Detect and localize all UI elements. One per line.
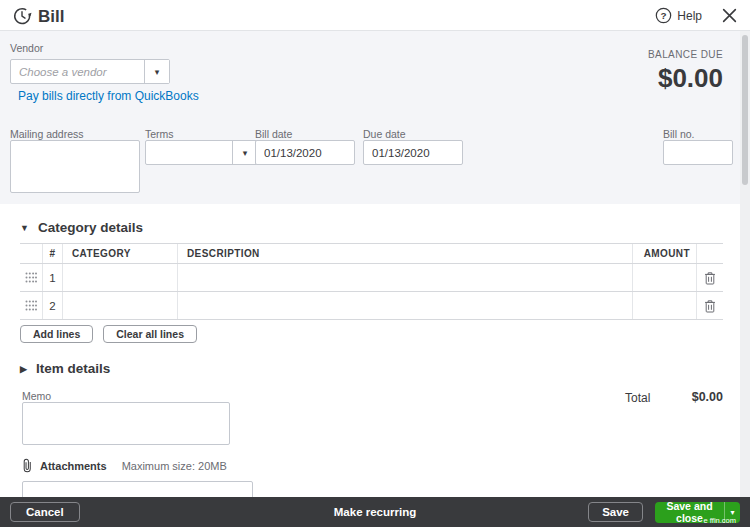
table-header-row: # CATEGORY DESCRIPTION AMOUNT bbox=[20, 243, 723, 264]
line-number: 2 bbox=[43, 292, 63, 319]
actions-column-header bbox=[697, 244, 723, 263]
topbar: Bill ? Help bbox=[0, 0, 750, 31]
bill-no-label: Bill no. bbox=[663, 128, 695, 140]
scrollbar-thumb[interactable] bbox=[742, 35, 748, 185]
bill-date-label: Bill date bbox=[255, 128, 292, 140]
vendor-select: ▾ bbox=[10, 59, 170, 84]
description-cell[interactable] bbox=[178, 292, 633, 319]
drag-handle-icon[interactable] bbox=[20, 264, 43, 291]
mailing-address-label: Mailing address bbox=[10, 128, 84, 140]
memo-field[interactable] bbox=[22, 402, 230, 445]
drag-column-header bbox=[20, 244, 43, 263]
total-amount: $0.00 bbox=[692, 390, 723, 404]
table-row: 1 bbox=[20, 264, 723, 292]
table-row: 2 bbox=[20, 292, 723, 320]
amount-column-header: AMOUNT bbox=[633, 244, 697, 263]
total-label: Total bbox=[625, 391, 650, 405]
due-date-field[interactable] bbox=[363, 140, 463, 165]
delete-line-icon[interactable] bbox=[697, 292, 723, 319]
bill-no-field[interactable] bbox=[663, 140, 733, 165]
balance-due: BALANCE DUE $0.00 bbox=[648, 49, 723, 94]
make-recurring-button[interactable]: Make recurring bbox=[334, 506, 416, 518]
scrollbar-track[interactable] bbox=[740, 31, 750, 497]
delete-line-icon[interactable] bbox=[697, 264, 723, 291]
help-button[interactable]: ? Help bbox=[655, 7, 702, 24]
category-details-toggle[interactable]: ▼ Category details bbox=[20, 220, 143, 235]
add-lines-button[interactable]: Add lines bbox=[20, 325, 93, 343]
svg-text:?: ? bbox=[661, 10, 667, 21]
attachments-hint: Maximum size: 20MB bbox=[122, 460, 227, 472]
line-number: 1 bbox=[43, 264, 63, 291]
terms-input[interactable] bbox=[146, 141, 232, 164]
attachments-row: Attachments Maximum size: 20MB bbox=[22, 458, 227, 473]
save-button[interactable]: Save bbox=[588, 502, 643, 522]
category-cell[interactable] bbox=[63, 264, 178, 291]
amount-cell[interactable] bbox=[633, 292, 697, 319]
amount-cell[interactable] bbox=[633, 264, 697, 291]
description-column-header: DESCRIPTION bbox=[178, 244, 633, 263]
clear-all-lines-button[interactable]: Clear all lines bbox=[103, 325, 197, 343]
category-details-table: # CATEGORY DESCRIPTION AMOUNT 1 bbox=[20, 243, 723, 320]
bill-date-field[interactable] bbox=[255, 140, 355, 165]
balance-due-label: BALANCE DUE bbox=[648, 49, 723, 60]
category-cell[interactable] bbox=[63, 292, 178, 319]
help-label: Help bbox=[677, 9, 702, 23]
balance-due-amount: $0.00 bbox=[648, 63, 723, 94]
memo-label: Memo bbox=[22, 390, 51, 402]
due-date-label: Due date bbox=[363, 128, 406, 140]
close-icon[interactable] bbox=[721, 7, 738, 24]
vendor-dropdown-arrow-icon[interactable]: ▾ bbox=[144, 60, 169, 83]
table-actions: Add lines Clear all lines bbox=[20, 325, 197, 343]
bill-form-page: Bill ? Help Vendor ▾ Pay bills directly … bbox=[0, 0, 750, 527]
expand-triangle-icon: ▶ bbox=[20, 364, 27, 374]
help-icon: ? bbox=[655, 7, 672, 24]
terms-dropdown-arrow-icon[interactable]: ▾ bbox=[232, 141, 257, 164]
page-title: Bill bbox=[38, 7, 64, 27]
collapse-triangle-icon: ▼ bbox=[20, 223, 29, 233]
cancel-button[interactable]: Cancel bbox=[10, 502, 80, 522]
line-number-column-header: # bbox=[43, 244, 63, 263]
category-column-header: CATEGORY bbox=[63, 244, 178, 263]
drag-handle-icon[interactable] bbox=[20, 292, 43, 319]
item-details-title: Item details bbox=[36, 361, 110, 376]
pay-bills-link[interactable]: Pay bills directly from QuickBooks bbox=[18, 89, 199, 103]
watermark-text: e ffin.com bbox=[704, 516, 736, 525]
recent-transactions-icon[interactable] bbox=[12, 6, 32, 26]
terms-select: ▾ bbox=[145, 140, 258, 165]
vendor-input[interactable] bbox=[11, 60, 144, 83]
footer-bar: Cancel Make recurring Save Save and clos… bbox=[0, 497, 750, 527]
terms-label: Terms bbox=[145, 128, 174, 140]
vendor-label: Vendor bbox=[10, 42, 43, 54]
item-details-toggle[interactable]: ▶ Item details bbox=[20, 361, 110, 376]
description-cell[interactable] bbox=[178, 264, 633, 291]
paperclip-icon bbox=[22, 458, 33, 473]
attachments-label[interactable]: Attachments bbox=[40, 460, 107, 472]
mailing-address-field[interactable] bbox=[10, 140, 140, 193]
category-details-title: Category details bbox=[38, 220, 143, 235]
